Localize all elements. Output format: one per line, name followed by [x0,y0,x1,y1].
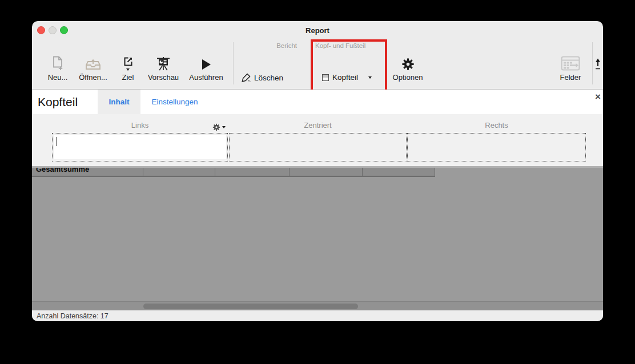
record-count: Anzahl Datensätze: 17 [37,310,108,321]
rechts-header-area[interactable] [407,133,586,161]
ausfuehren-label: Ausführen [180,73,232,82]
links-text-input[interactable] [54,135,226,159]
links-column-label: Links [52,121,228,130]
titlebar: Report [32,21,603,39]
links-options-button[interactable] [212,123,226,131]
rechts-column-label: Rechts [407,121,586,130]
window-title: Report [32,21,603,39]
fields-table-icon [548,50,593,71]
kopfteil-dropdown-caret[interactable] [368,76,372,79]
total-row-cell: Gesamtsumme [32,168,143,176]
toolbar-separator [592,42,593,84]
zentriert-column-label: Zentriert [229,121,407,130]
loeschen-label: Löschen [254,74,283,82]
report-window: Report Neu... [32,21,603,321]
close-panel-icon[interactable]: × [593,92,603,102]
presentation-preview-icon [140,50,186,71]
scrollbar-thumb[interactable] [143,304,358,309]
gear-dropdown-caret [222,126,226,128]
panel-title: Kopfteil [38,90,78,114]
total-row-cell [143,168,215,176]
optionen-button[interactable]: Optionen [385,50,431,83]
gear-icon [385,50,431,71]
tab-inhalt[interactable]: Inhalt [98,90,140,114]
kopfteil-panel-header: Kopfteil Inhalt Einstellungen × [32,90,603,114]
optionen-label: Optionen [385,73,431,82]
zentriert-header-area[interactable] [229,133,407,161]
kopfteil-panel-body: Links Zentriert Rechts [32,114,603,166]
total-row-cell [215,168,290,176]
text-cursor [57,137,57,146]
kopfteil-toggle-button[interactable]: Kopfteil [322,73,358,82]
total-row-cell [363,168,435,176]
small-gear-icon [212,123,220,131]
ziel-dropdown-caret [126,68,130,71]
vorschau-label: Vorschau [140,73,186,82]
report-preview-dimmed: Gesamtsumme [32,166,603,310]
run-play-icon [180,50,232,71]
collapse-up-arrow-icon [594,58,602,71]
total-row: Gesamtsumme [32,168,435,177]
kopf-fuss-group-label: Kopf- und Fußteil [315,42,365,49]
kopfteil-label: Kopfteil [332,73,358,82]
broom-icon [241,73,251,83]
total-row-cell [290,168,363,176]
felder-label: Felder [548,73,593,82]
loeschen-button[interactable]: Löschen [241,73,283,83]
toolbar-separator [233,42,234,84]
statusbar: Anzahl Datensätze: 17 [32,310,603,321]
vorschau-button[interactable]: Vorschau [140,50,186,83]
header-section-icon [322,74,329,81]
toolbar: Neu... Öffnen... [32,39,603,90]
bericht-group-label: Bericht [251,42,297,49]
horizontal-scrollbar[interactable] [32,301,603,310]
screen: Report Neu... [0,0,635,364]
felder-button[interactable]: Felder [548,50,593,83]
ausfuehren-button[interactable]: Ausführen [180,50,232,83]
total-row-label: Gesamtsumme [32,168,143,173]
hide-toolbar-button[interactable] [593,57,602,72]
tab-einstellungen[interactable]: Einstellungen [140,90,209,114]
